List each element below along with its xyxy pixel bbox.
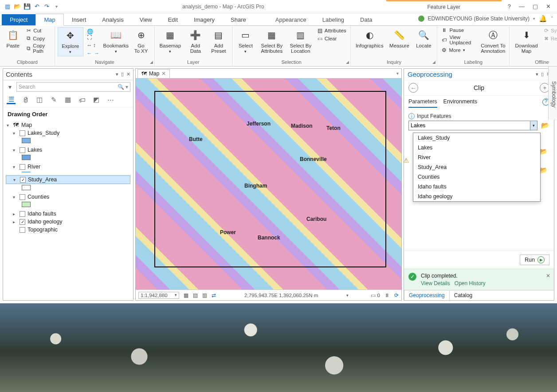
layer-river[interactable]: ▾River: [6, 163, 130, 171]
tab-environments[interactable]: Environments: [443, 98, 477, 108]
close-map-tab-icon[interactable]: ✕: [161, 71, 166, 77]
navigate-launcher-icon[interactable]: ◢: [150, 60, 153, 64]
snapping-view-icon[interactable]: ▦: [63, 95, 72, 104]
tab-insert[interactable]: Insert: [64, 14, 94, 25]
dropdown-option[interactable]: Study_Area: [413, 162, 540, 172]
checkbox[interactable]: [20, 147, 25, 153]
download-map-button[interactable]: ⬇Download Map: [512, 27, 541, 54]
filter-icon[interactable]: ▾: [6, 83, 14, 90]
measure-button[interactable]: 📏Measure: [387, 27, 411, 48]
coord-menu-icon[interactable]: ▾: [346, 293, 349, 298]
pin-icon[interactable]: ▯: [541, 71, 544, 77]
inquiry-launcher-icon[interactable]: ◢: [432, 60, 435, 64]
maximize-icon[interactable]: ▢: [533, 3, 538, 10]
tab-imagery[interactable]: Imagery: [186, 14, 223, 25]
tab-data[interactable]: Data: [352, 14, 380, 25]
select-button[interactable]: ▭Select▾: [235, 27, 256, 54]
checkbox[interactable]: [20, 130, 25, 136]
minimize-icon[interactable]: —: [519, 3, 525, 10]
checkbox[interactable]: [20, 194, 25, 200]
copy-button[interactable]: ⧉Copy: [25, 35, 52, 42]
more-views-icon[interactable]: ⋯: [106, 95, 115, 104]
dropdown-option[interactable]: Lakes: [413, 143, 540, 153]
editing-view-icon[interactable]: ✎: [49, 95, 58, 104]
tree-root-map[interactable]: ▾🗺Map: [6, 121, 130, 129]
selected-features-icon[interactable]: ▭ 0: [371, 292, 380, 298]
basemap-button[interactable]: ▦Basemap▾: [157, 27, 183, 54]
close-pane-icon[interactable]: ✕: [126, 71, 130, 77]
layer-study-area[interactable]: ▾✓Study_Area: [6, 175, 130, 184]
notifications-icon[interactable]: 🔔: [539, 15, 547, 23]
qat-customize-icon[interactable]: ▾: [52, 3, 60, 11]
new-project-icon[interactable]: ▥: [4, 3, 12, 11]
pane-menu-icon[interactable]: ▾: [536, 71, 538, 77]
checkbox[interactable]: ✓: [20, 177, 26, 183]
close-icon[interactable]: ✕: [546, 3, 551, 10]
tab-analysis[interactable]: Analysis: [94, 14, 131, 25]
help-icon[interactable]: ?: [508, 3, 511, 10]
run-button[interactable]: Run▶: [520, 255, 549, 265]
tab-project[interactable]: Project: [2, 14, 35, 25]
dropdown-option[interactable]: Idaho faults: [413, 182, 540, 192]
tab-edit[interactable]: Edit: [160, 14, 186, 25]
pause-labels-button[interactable]: ⏸Pause: [440, 27, 478, 33]
status-icon-3[interactable]: ▥: [202, 292, 207, 298]
undo-icon[interactable]: ↶: [33, 3, 41, 11]
pane-menu-icon[interactable]: ▾: [116, 71, 118, 77]
checkbox[interactable]: ✓: [20, 219, 25, 225]
selection-view-icon[interactable]: ◫: [35, 95, 44, 104]
clear-selection-button[interactable]: ▭Clear: [316, 35, 348, 42]
tab-appearance[interactable]: Appearance: [267, 14, 314, 25]
symbology-tab[interactable]: Symbology: [548, 67, 557, 120]
dropdown-option[interactable]: Counties: [413, 172, 540, 182]
prev-next-extent-icon[interactable]: ← →: [85, 50, 102, 56]
bookmarks-button[interactable]: 📖Bookmarks▾: [103, 27, 129, 56]
map-tab[interactable]: 🗺Map✕: [137, 69, 170, 78]
redo-icon[interactable]: ↷: [43, 3, 51, 11]
perspective-icon[interactable]: ◩: [92, 95, 101, 104]
dropdown-option[interactable]: Idaho geology: [413, 192, 540, 201]
status-icon-1[interactable]: ▦: [184, 292, 188, 298]
data-source-icon[interactable]: 🛢: [21, 95, 30, 104]
tab-catalog[interactable]: Catalog: [450, 290, 477, 300]
add-data-button[interactable]: ➕Add Data: [185, 27, 206, 54]
view-unplaced-button[interactable]: 🏷View Unplaced: [440, 34, 478, 46]
selection-launcher-icon[interactable]: ◢: [346, 60, 349, 64]
layer-counties[interactable]: ▾Counties: [6, 193, 130, 201]
dropdown-option[interactable]: River: [413, 153, 540, 162]
info-icon[interactable]: i: [408, 113, 415, 119]
labeling-view-icon[interactable]: 🏷: [78, 95, 86, 104]
layer-lakes-study[interactable]: ▾Lakes_Study: [6, 129, 130, 137]
pause-draw-icon[interactable]: ⏸: [384, 293, 390, 298]
refresh-icon[interactable]: ⟳: [394, 292, 399, 298]
status-icon-4[interactable]: ⇄: [212, 292, 216, 298]
browse-folder-icon[interactable]: 📂: [541, 122, 549, 129]
dismiss-message-icon[interactable]: ✕: [546, 273, 550, 279]
tab-view[interactable]: View: [132, 14, 160, 25]
attributes-button[interactable]: ▤Attributes: [316, 27, 348, 34]
paste-button[interactable]: 📋Paste: [3, 27, 23, 54]
cut-button[interactable]: ✂Cut: [25, 27, 52, 34]
view-menu-icon[interactable]: ▾: [396, 71, 401, 76]
more-labeling-button[interactable]: ⚙More ▾: [440, 47, 478, 54]
tab-share[interactable]: Share: [223, 14, 254, 25]
checkbox[interactable]: [20, 227, 25, 233]
checkbox[interactable]: [20, 164, 25, 170]
layer-lakes[interactable]: ▾Lakes: [6, 146, 130, 154]
explore-button[interactable]: ✥Explore▾: [58, 27, 83, 56]
dropdown-icon[interactable]: ▾: [530, 121, 537, 130]
copy-path-button[interactable]: ⧉Copy Path: [25, 43, 52, 54]
tab-parameters[interactable]: Parameters: [408, 98, 437, 108]
tab-labeling[interactable]: Labeling: [314, 14, 352, 25]
back-icon[interactable]: ←: [408, 83, 418, 93]
open-history-link[interactable]: Open History: [455, 280, 486, 286]
tab-map[interactable]: Map: [35, 14, 63, 26]
checkbox[interactable]: [20, 211, 25, 217]
input-features-field[interactable]: [408, 121, 530, 130]
view-details-link[interactable]: View Details: [421, 280, 450, 286]
goto-xy-button[interactable]: ⊕Go To XY: [130, 27, 152, 56]
open-project-icon[interactable]: 📂: [13, 3, 21, 11]
layer-idaho-faults[interactable]: ▸Idaho faults: [6, 210, 130, 218]
locate-button[interactable]: 🔍Locate: [413, 27, 434, 48]
select-by-location-button[interactable]: ▥Select By Location: [287, 27, 314, 54]
